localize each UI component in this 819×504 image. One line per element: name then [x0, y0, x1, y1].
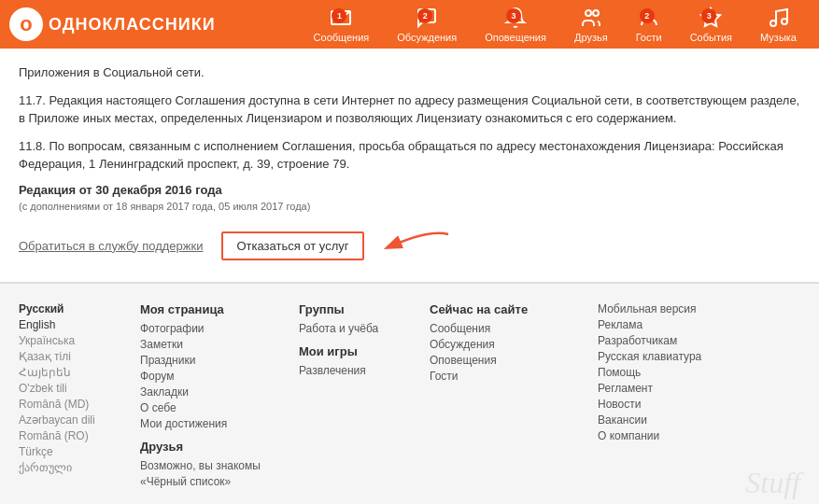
- watermark: Stuff: [745, 466, 800, 500]
- footer-link-mobile[interactable]: Мобильная версия: [598, 302, 766, 315]
- lang-ukrainian[interactable]: Українська: [19, 334, 131, 347]
- footer-heading-mypage: Моя страница: [140, 302, 289, 316]
- footer-link-entertainment[interactable]: Развлечения: [299, 364, 420, 377]
- nav-label-notifications: Оповещения: [485, 32, 546, 43]
- star-icon: 3: [699, 7, 722, 29]
- nav-label-music: Музыка: [760, 32, 797, 43]
- nav-label-guests: Гости: [636, 32, 662, 43]
- footer-col-now: Сейчас на сайте Сообщения Обсуждения Опо…: [430, 302, 588, 491]
- action-row: Обратиться в службу поддержки Отказаться…: [19, 225, 800, 267]
- messages-badge: 1: [332, 8, 346, 23]
- footer-heading-friends: Друзья: [140, 440, 289, 454]
- lang-russian[interactable]: Русский: [19, 302, 131, 315]
- svg-point-2: [593, 10, 599, 16]
- logo-area[interactable]: о одноклассники: [9, 7, 216, 41]
- edition-note: (с дополнениями от 18 января 2017 года, …: [19, 201, 800, 212]
- nav-icons: 1 Сообщения 2 Обсуждения 3 Оповещения Д: [301, 1, 810, 49]
- header: о одноклассники 1 Сообщения 2 Обсуждения…: [0, 0, 819, 49]
- lang-uzbek[interactable]: O'zbek tili: [19, 382, 131, 395]
- footer-link-achievements[interactable]: Мои достижения: [140, 417, 289, 430]
- paragraph-3: 11.8. По вопросам, связанным с исполнени…: [19, 137, 800, 174]
- nav-item-events[interactable]: 3 События: [677, 1, 745, 49]
- nav-label-friends: Друзья: [574, 32, 608, 43]
- music-icon: [768, 7, 790, 29]
- lang-turkish[interactable]: Türkçe: [19, 445, 131, 458]
- edition-title: Редакция от 30 декабря 2016 года: [19, 183, 800, 197]
- nav-label-discussions: Обсуждения: [397, 32, 457, 43]
- logo-icon: о: [9, 7, 43, 41]
- footer-link-maybe-know[interactable]: Возможно, вы знакомы: [140, 459, 289, 472]
- footer-link-news[interactable]: Новости: [598, 398, 766, 411]
- footer-col-more: Мобильная версия Реклама Разработчикам Р…: [598, 302, 766, 491]
- footer-link-forum[interactable]: Форум: [140, 370, 289, 383]
- nav-item-friends[interactable]: Друзья: [561, 1, 621, 49]
- arrow-svg: [374, 225, 458, 267]
- svg-point-1: [586, 10, 591, 16]
- support-link[interactable]: Обратиться в службу поддержки: [19, 239, 203, 253]
- chat-icon: 2: [416, 7, 438, 29]
- footer-link-about[interactable]: О себе: [140, 401, 289, 414]
- footer-link-bookmarks[interactable]: Закладки: [140, 385, 289, 399]
- footer-link-company[interactable]: О компании: [598, 429, 766, 442]
- people-icon: [580, 7, 602, 29]
- arrow-annotation: [374, 225, 458, 267]
- footer-link-notifications[interactable]: Оповещения: [430, 354, 588, 367]
- main-content: Приложения в Социальной сети. 11.7. Реда…: [0, 49, 819, 283]
- nav-item-notifications[interactable]: 3 Оповещения: [472, 1, 559, 49]
- discussions-badge: 2: [417, 8, 432, 23]
- envelope-icon: 1: [330, 7, 352, 29]
- footer-link-developers[interactable]: Разработчикам: [598, 334, 766, 347]
- lang-kazakh[interactable]: Қазақ тілі: [19, 350, 131, 363]
- footer-grid: Русский English Українська Қазақ тілі Հա…: [19, 302, 800, 491]
- footer-link-vacancies[interactable]: Вакансии: [598, 413, 766, 427]
- footer-heading-groups: Группы: [299, 302, 420, 316]
- nav-label-messages: Сообщения: [314, 32, 370, 43]
- footer-col-groups: Группы Работа и учёба Мои игры Развлечен…: [299, 302, 420, 491]
- footer-link-work-study[interactable]: Работа и учёба: [299, 322, 420, 335]
- footer-link-photos[interactable]: Фотографии: [140, 322, 289, 335]
- footer-link-discussions[interactable]: Обсуждения: [430, 338, 588, 351]
- nav-item-music[interactable]: Музыка: [747, 1, 810, 49]
- svg-point-4: [770, 21, 776, 26]
- footer-col-mypage: Моя страница Фотографии Заметки Праздник…: [140, 302, 289, 491]
- footer-link-notes[interactable]: Заметки: [140, 338, 289, 351]
- footer-heading-now: Сейчас на сайте: [430, 302, 588, 316]
- footer-heading-games: Мои игры: [299, 344, 420, 358]
- footer-link-regulations[interactable]: Регламент: [598, 382, 766, 395]
- lang-romanian-ro[interactable]: Română (RO): [19, 429, 131, 442]
- guest-icon: 2: [638, 7, 660, 29]
- notifications-badge: 3: [506, 8, 521, 23]
- guests-badge: 2: [640, 8, 655, 23]
- nav-item-guests[interactable]: 2 Гости: [623, 1, 675, 49]
- nav-item-messages[interactable]: 1 Сообщения: [301, 1, 383, 49]
- footer-link-holidays[interactable]: Праздники: [140, 354, 289, 367]
- footer-col-languages: Русский English Українська Қазақ тілі Հա…: [19, 302, 131, 491]
- footer-link-help[interactable]: Помощь: [598, 366, 766, 379]
- lang-english[interactable]: English: [19, 318, 131, 331]
- paragraph-1: Приложения в Социальной сети.: [19, 63, 800, 82]
- bell-icon: 3: [504, 7, 527, 29]
- lang-azerbaijani[interactable]: Azərbaycan dili: [19, 413, 131, 427]
- events-badge: 3: [701, 8, 716, 23]
- refuse-button[interactable]: Отказаться от услуг: [221, 231, 363, 260]
- logo-text: одноклассники: [49, 15, 216, 35]
- lang-georgian[interactable]: ქართული: [19, 461, 131, 474]
- footer-link-messages[interactable]: Сообщения: [430, 322, 588, 335]
- footer-link-blacklist[interactable]: «Чёрный список»: [140, 475, 289, 488]
- footer-link-guests[interactable]: Гости: [430, 370, 588, 383]
- footer-link-ads[interactable]: Реклама: [598, 318, 766, 331]
- lang-romanian-md[interactable]: Română (MD): [19, 398, 131, 411]
- footer-link-keyboard[interactable]: Русская клавиатура: [598, 350, 766, 363]
- svg-point-5: [782, 19, 787, 24]
- nav-label-events: События: [690, 32, 732, 43]
- nav-item-discussions[interactable]: 2 Обсуждения: [384, 1, 470, 49]
- paragraph-2: 11.7. Редакция настоящего Соглашения дос…: [19, 91, 800, 128]
- footer: Русский English Українська Қазақ тілі Հա…: [0, 283, 819, 505]
- lang-armenian[interactable]: Հայերեն: [19, 366, 131, 379]
